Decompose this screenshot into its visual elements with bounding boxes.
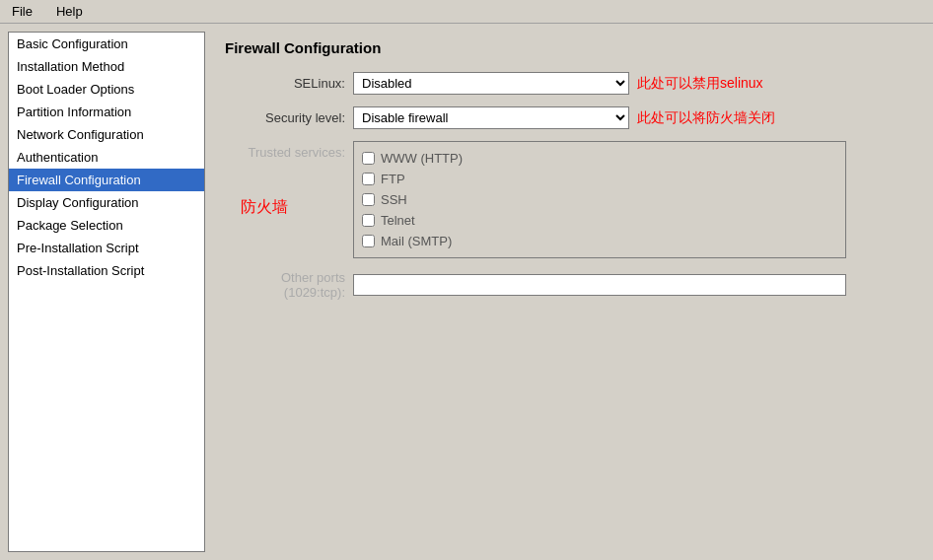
- sidebar-item-display-configuration[interactable]: Display Configuration: [9, 191, 204, 214]
- sidebar-item-installation-method[interactable]: Installation Method: [9, 55, 204, 78]
- services-box: WWW (HTTP) FTP SSH Telnet Mail (SMTP): [353, 141, 846, 258]
- service-mail: Mail (SMTP): [362, 231, 837, 251]
- service-telnet-checkbox[interactable]: [362, 214, 375, 227]
- security-level-row: Security level: Disable firewall 此处可以将防火…: [225, 106, 913, 129]
- content-area: Firewall Configuration SELinux: Disabled…: [213, 32, 925, 552]
- service-ftp: FTP: [362, 169, 837, 189]
- service-ssh-label: SSH: [381, 192, 407, 207]
- selinux-control-wrapper: Disabled 此处可以禁用selinux: [353, 72, 913, 95]
- service-www-label: WWW (HTTP): [381, 151, 463, 166]
- sidebar-item-package-selection[interactable]: Package Selection: [9, 214, 204, 237]
- sidebar-item-network-configuration[interactable]: Network Configuration: [9, 123, 204, 146]
- security-level-label: Security level:: [225, 110, 353, 125]
- firewall-annotation: 防火墙: [241, 197, 288, 218]
- menu-help[interactable]: Help: [48, 2, 91, 21]
- trusted-services-label: Trusted services:: [225, 141, 353, 160]
- service-telnet-label: Telnet: [381, 213, 415, 228]
- sidebar-item-post-installation-script[interactable]: Post-Installation Script: [9, 259, 204, 282]
- sidebar-item-firewall-configuration[interactable]: Firewall Configuration: [9, 169, 204, 191]
- sidebar-item-pre-installation-script[interactable]: Pre-Installation Script: [9, 237, 204, 259]
- trusted-services-row: Trusted services: WWW (HTTP) FTP SSH Tel…: [225, 141, 913, 258]
- service-ftp-label: FTP: [381, 172, 405, 186]
- service-www-checkbox[interactable]: [362, 152, 375, 165]
- other-ports-row: Other ports (1029:tcp):: [225, 270, 913, 300]
- menu-file[interactable]: File: [4, 2, 40, 21]
- selinux-label: SELinux:: [225, 76, 353, 91]
- service-mail-checkbox[interactable]: [362, 235, 375, 247]
- service-mail-label: Mail (SMTP): [381, 234, 452, 248]
- sidebar-item-authentication[interactable]: Authentication: [9, 146, 204, 169]
- selinux-select[interactable]: Disabled: [353, 72, 629, 95]
- service-telnet: Telnet: [362, 210, 837, 231]
- service-www: WWW (HTTP): [362, 148, 837, 169]
- other-ports-label: Other ports (1029:tcp):: [225, 270, 353, 300]
- selinux-annotation: 此处可以禁用selinux: [637, 75, 763, 93]
- selinux-row: SELinux: Disabled 此处可以禁用selinux: [225, 72, 913, 95]
- sidebar-item-basic-configuration[interactable]: Basic Configuration: [9, 33, 204, 55]
- sidebar-item-boot-loader-options[interactable]: Boot Loader Options: [9, 78, 204, 101]
- page-title: Firewall Configuration: [225, 39, 913, 56]
- menubar: File Help: [0, 0, 933, 24]
- sidebar: Basic Configuration Installation Method …: [8, 32, 205, 552]
- security-level-control-wrapper: Disable firewall 此处可以将防火墙关闭: [353, 106, 913, 129]
- security-level-select[interactable]: Disable firewall: [353, 106, 629, 129]
- security-level-annotation: 此处可以将防火墙关闭: [637, 109, 775, 127]
- main-window: Basic Configuration Installation Method …: [0, 24, 933, 560]
- other-ports-input[interactable]: [353, 274, 846, 296]
- service-ssh-checkbox[interactable]: [362, 193, 375, 206]
- service-ftp-checkbox[interactable]: [362, 173, 375, 185]
- sidebar-item-partition-information[interactable]: Partition Information: [9, 101, 204, 123]
- service-ssh: SSH: [362, 189, 837, 210]
